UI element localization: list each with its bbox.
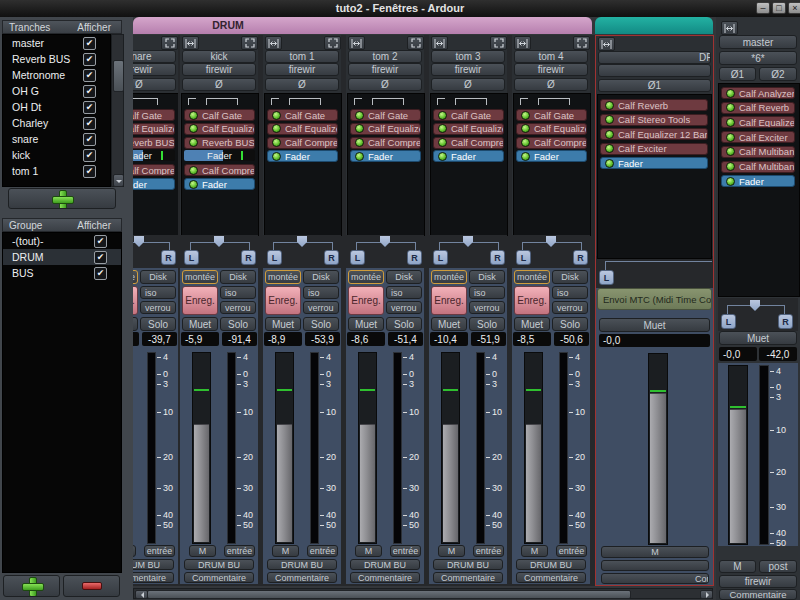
mono-button[interactable]: M: [521, 545, 548, 557]
master-mono-button[interactable]: M: [719, 560, 756, 573]
processor-active-led-icon[interactable]: [189, 180, 198, 189]
disk-monitor-button[interactable]: Disk: [469, 270, 505, 284]
master-comment-button[interactable]: Commentaire: [719, 589, 797, 600]
processor-active-led-icon[interactable]: [605, 101, 614, 110]
list-item[interactable]: -(tout)-✔: [3, 233, 121, 249]
peak-display[interactable]: -51,9: [471, 332, 506, 346]
mono-button[interactable]: M: [601, 546, 709, 558]
processor-plugin[interactable]: Calf Multiband: [721, 146, 795, 158]
master-mute-button[interactable]: Muet: [719, 331, 797, 345]
gain-display[interactable]: [133, 332, 139, 346]
pan-left-bubble[interactable]: L: [184, 250, 199, 265]
strip-phase-button[interactable]: Ø: [182, 78, 256, 91]
strip-output-button[interactable]: firewir: [431, 63, 505, 76]
pan-right-bubble[interactable]: R: [241, 250, 256, 265]
processor-active-led-icon[interactable]: [355, 152, 364, 161]
processor-plugin[interactable]: Calf Compressor: [350, 137, 421, 149]
processor-active-led-icon[interactable]: [355, 138, 364, 147]
scroll-right-icon[interactable]: [700, 590, 713, 599]
processor-plugin[interactable]: Calf Equalizer 5: [267, 123, 338, 135]
processor-plugin[interactable]: Calf Gate: [433, 109, 504, 121]
fader-handle[interactable]: [650, 393, 666, 543]
processor-plugin[interactable]: Calf Compressor: [433, 137, 504, 149]
mixer-h-scrollbar-thumb[interactable]: [147, 590, 631, 599]
processor-box[interactable]: Calf ReverbCalf Stereo ToolsCalf Equaliz…: [597, 94, 712, 259]
visible-checkbox[interactable]: ✔: [83, 37, 96, 50]
fader-handle[interactable]: [277, 424, 292, 542]
visible-checkbox[interactable]: ✔: [83, 133, 96, 146]
strip-phase-button[interactable]: Ø: [133, 78, 176, 91]
record-enable-button[interactable]: Enreg.: [348, 286, 384, 315]
mute-button[interactable]: Muet: [348, 317, 384, 331]
processor-active-led-icon[interactable]: [438, 138, 447, 147]
mute-button[interactable]: Muet: [182, 317, 218, 331]
list-item[interactable]: Reverb BUS✔: [3, 51, 110, 67]
processor-active-led-icon[interactable]: [438, 111, 447, 120]
group-button[interactable]: DRUM BU: [350, 559, 420, 570]
comment-button[interactable]: Commentaire: [601, 573, 709, 584]
comment-button[interactable]: Commentaire: [133, 572, 174, 583]
processor-active-led-icon[interactable]: [726, 133, 735, 142]
disk-monitor-button[interactable]: Disk: [220, 270, 256, 284]
narrow-strip-icon[interactable]: [265, 36, 282, 50]
strip-phase-button[interactable]: Ø1: [598, 79, 711, 92]
mute-button[interactable]: Muet: [431, 317, 467, 331]
solo-lock-button[interactable]: verrou: [303, 301, 339, 314]
gain-display[interactable]: -8,6: [347, 332, 385, 346]
solo-lock-button[interactable]: verrou: [552, 301, 588, 314]
solo-lock-button[interactable]: verrou: [469, 301, 505, 314]
gain-fader[interactable]: [358, 352, 377, 544]
minimize-button[interactable]: –: [756, 2, 770, 14]
group-button[interactable]: DRUM BU: [267, 559, 337, 570]
input-button[interactable]: entrée: [390, 545, 421, 557]
strip-name-button[interactable]: snare: [133, 50, 176, 63]
expand-strip-icon[interactable]: [490, 36, 507, 50]
processor-active-led-icon[interactable]: [726, 118, 735, 127]
processor-plugin[interactable]: Calf Equalizer 5: [350, 123, 421, 135]
processor-active-led-icon[interactable]: [605, 159, 614, 168]
master-output-button[interactable]: firewir: [719, 575, 797, 588]
processor-box[interactable]: Calf GateCalf Equalizer 5Calf Compressor…: [430, 93, 508, 236]
processor-plugin[interactable]: Calf Compressor: [516, 137, 587, 149]
solo-isolate-button[interactable]: iso: [386, 286, 422, 299]
peak-display[interactable]: -39,7: [142, 332, 177, 346]
master-phase1-button[interactable]: Ø1: [719, 67, 756, 81]
inline-send-fader[interactable]: Fader: [133, 150, 175, 161]
list-item[interactable]: Charley✔: [3, 115, 110, 131]
strip-phase-button[interactable]: Ø: [431, 78, 505, 91]
visible-checkbox[interactable]: ✔: [83, 85, 96, 98]
maximize-button[interactable]: □: [772, 2, 786, 14]
metering-point-button[interactable]: montée: [265, 270, 301, 284]
gain-fader[interactable]: [524, 352, 543, 544]
visible-checkbox[interactable]: ✔: [94, 267, 107, 280]
peak-display[interactable]: -51,4: [388, 332, 423, 346]
add-group-button[interactable]: [3, 575, 60, 597]
gain-display[interactable]: -10,4: [430, 332, 468, 346]
strips-list-scrollbar[interactable]: [111, 34, 124, 187]
narrow-strip-icon[interactable]: [514, 36, 531, 50]
solo-isolate-button[interactable]: iso: [469, 286, 505, 299]
record-enable-button[interactable]: Enreg.: [182, 286, 218, 315]
mute-button[interactable]: Muet: [133, 317, 138, 331]
visible-checkbox[interactable]: ✔: [94, 235, 107, 248]
pan-right-bubble[interactable]: R: [161, 250, 176, 265]
processor-plugin[interactable]: Calf Gate: [516, 109, 587, 121]
strip-output-button[interactable]: firewir: [348, 63, 422, 76]
narrow-strip-icon[interactable]: [721, 21, 738, 35]
strip-output-button[interactable]: firewir: [514, 63, 588, 76]
pan-left-bubble[interactable]: L: [350, 250, 365, 265]
mute-button[interactable]: Muet: [514, 317, 550, 331]
processor-plugin[interactable]: Calf Equalizer: [721, 116, 795, 128]
disk-monitor-button[interactable]: Disk: [140, 270, 176, 284]
gain-fader[interactable]: [275, 352, 294, 544]
gain-display[interactable]: -8,5: [513, 332, 551, 346]
narrow-strip-icon[interactable]: [348, 36, 365, 50]
expand-strip-icon[interactable]: [573, 36, 590, 50]
processor-active-led-icon[interactable]: [605, 115, 614, 124]
strips-list-header[interactable]: Tranches Afficher: [2, 20, 122, 34]
send-tooltip-button[interactable]: Envoi MTC (Midi Time Code: [597, 288, 712, 310]
list-item[interactable]: master✔: [3, 35, 110, 51]
gain-fader[interactable]: [192, 352, 211, 544]
pan-right-bubble[interactable]: R: [490, 250, 505, 265]
mixer-h-scrollbar[interactable]: [133, 588, 713, 599]
